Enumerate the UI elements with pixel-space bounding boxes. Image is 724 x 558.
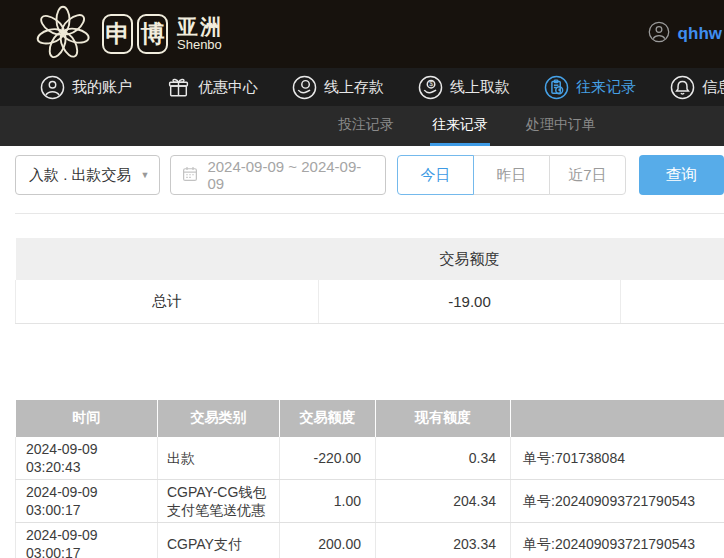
summary-header-row: 交易额度: [16, 238, 724, 280]
col-header-amount: 交易额度: [280, 400, 376, 437]
records-subnav: 投注记录 往来记录 处理中订单: [0, 106, 724, 146]
username-label[interactable]: qhhw: [678, 24, 722, 44]
nav-label: 线上取款: [450, 78, 510, 97]
cell-amount: -220.00: [280, 437, 376, 480]
nav-item-transaction-records[interactable]: 往来记录: [544, 75, 636, 100]
flower-logo-icon: [34, 4, 92, 64]
selected-type-label: 入款 . 出款交易: [29, 166, 132, 185]
quick-date-button-group: 今日 昨日 近7日: [397, 155, 626, 195]
site-logo[interactable]: 申 博 亚洲 Shenbo: [34, 4, 223, 64]
top-header: 申 博 亚洲 Shenbo qhhw: [0, 0, 724, 68]
bell-icon: [670, 75, 695, 100]
nav-item-messages[interactable]: 信息: [670, 75, 724, 100]
cell-summary: 单号:202409093721790543: [511, 479, 724, 522]
cell-type: 出款: [158, 437, 280, 480]
tab-processing-orders[interactable]: 处理中订单: [524, 106, 598, 146]
transaction-type-select[interactable]: 入款 . 出款交易 ▼: [15, 155, 160, 195]
main-nav: 我的账户 优惠中心 线上存款 $: [0, 68, 724, 106]
records-clipboard-icon: [544, 75, 569, 100]
records-table: 时间 交易类别 交易额度 现有额度 摘要 2024-09-09 03:20:43…: [15, 400, 724, 558]
col-header-summary: 摘要: [511, 400, 724, 437]
filter-bar: 入款 . 出款交易 ▼ 2024-09-09 ~ 2024-09-09 今日 昨…: [15, 155, 724, 195]
summary-empty-cell: [621, 280, 724, 323]
calendar-icon: [181, 165, 199, 186]
nav-label: 往来记录: [576, 78, 636, 97]
gift-icon: [166, 75, 191, 100]
nav-item-withdraw[interactable]: $ 线上取款: [418, 75, 510, 100]
svg-text:$: $: [429, 80, 433, 87]
col-header-type: 交易类别: [158, 400, 280, 437]
query-button[interactable]: 查询: [639, 155, 724, 195]
date-range-value: 2024-09-09 ~ 2024-09-09: [207, 158, 375, 192]
cell-balance: 203.34: [376, 522, 511, 558]
summary-header-amount: 交易额度: [319, 238, 621, 280]
tab-betting-records[interactable]: 投注记录: [336, 106, 396, 146]
summary-total-value: -19.00: [319, 280, 621, 323]
logo-char-shen: 申: [102, 14, 133, 54]
nav-label: 优惠中心: [198, 78, 258, 97]
cell-amount: 200.00: [280, 522, 376, 558]
col-header-balance: 现有额度: [376, 400, 511, 437]
summary-total-row: 总计 -19.00: [16, 280, 724, 323]
nav-item-promotions[interactable]: 优惠中心: [166, 75, 258, 100]
cell-time: 2024-09-09 03:20:43: [16, 437, 158, 480]
deposit-coin-icon: [292, 75, 317, 100]
user-icon: [40, 75, 65, 100]
last-7-days-button[interactable]: 近7日: [549, 155, 626, 195]
cell-summary: 单号:202409093721790543: [511, 522, 724, 558]
logo-region-text: 亚洲: [177, 16, 223, 38]
table-row: 2024-09-09 03:00:17 CGPAY-CG钱包支付笔笔送优惠 1.…: [16, 479, 724, 522]
cell-balance: 0.34: [376, 437, 511, 480]
chevron-down-icon: ▼: [140, 170, 149, 180]
nav-label: 我的账户: [72, 78, 132, 97]
table-row: 2024-09-09 03:20:43 出款 -220.00 0.34 单号:7…: [16, 437, 724, 480]
logo-char-bo: 博: [137, 14, 168, 54]
tab-transaction-records[interactable]: 往来记录: [430, 106, 490, 146]
logo-subtitle: Shenbo: [177, 38, 223, 52]
nav-label: 信息: [702, 78, 724, 97]
account-menu[interactable]: qhhw: [648, 21, 722, 47]
summary-header-empty: [16, 238, 319, 280]
cell-summary: 单号:701738084: [511, 437, 724, 480]
divider: [15, 213, 724, 214]
avatar-icon: [648, 21, 670, 47]
today-button[interactable]: 今日: [397, 155, 474, 195]
cell-time: 2024-09-09 03:00:17: [16, 479, 158, 522]
records-header-row: 时间 交易类别 交易额度 现有额度 摘要: [16, 400, 724, 437]
summary-header-empty: [621, 238, 724, 280]
nav-item-my-account[interactable]: 我的账户: [40, 75, 132, 100]
col-header-time: 时间: [16, 400, 158, 437]
cell-type: CGPAY-CG钱包支付笔笔送优惠: [158, 479, 280, 522]
table-row: 2024-09-09 03:00:17 CGPAY支付 200.00 203.3…: [16, 522, 724, 558]
withdraw-coin-icon: $: [418, 75, 443, 100]
cell-balance: 204.34: [376, 479, 511, 522]
cell-time: 2024-09-09 03:00:17: [16, 522, 158, 558]
logo-region-block: 亚洲 Shenbo: [177, 16, 223, 52]
nav-label: 线上存款: [324, 78, 384, 97]
yesterday-button[interactable]: 昨日: [473, 155, 550, 195]
nav-item-deposit[interactable]: 线上存款: [292, 75, 384, 100]
summary-table: 交易额度 总计 -19.00: [15, 238, 724, 324]
summary-total-label: 总计: [16, 280, 319, 323]
date-range-input[interactable]: 2024-09-09 ~ 2024-09-09: [170, 155, 386, 195]
cell-amount: 1.00: [280, 479, 376, 522]
cell-type: CGPAY支付: [158, 522, 280, 558]
